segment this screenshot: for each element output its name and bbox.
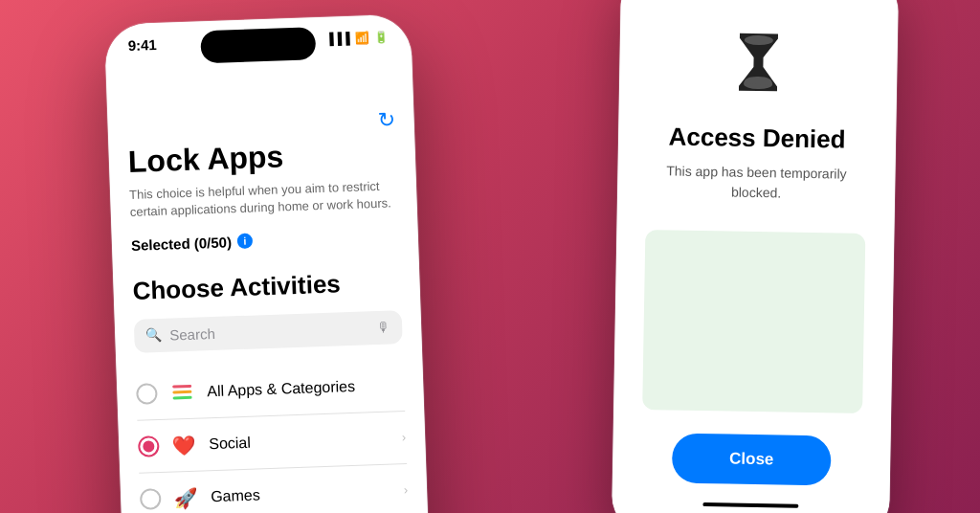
lock-apps-content: ↻ Lock Apps This choice is helpful when …: [107, 107, 430, 513]
lock-apps-description: This choice is helpful when you aim to r…: [129, 177, 398, 221]
games-label: Games: [211, 481, 392, 505]
green-area: [642, 230, 865, 413]
search-icon: 🔍: [145, 327, 163, 344]
choose-activities-title: Choose Activities: [132, 267, 401, 306]
close-button[interactable]: Close: [672, 434, 832, 486]
svg-rect-0: [172, 384, 191, 388]
access-denied-description: This app has been temporarily blocked.: [646, 161, 867, 205]
radio-button-games[interactable]: [140, 488, 162, 510]
selected-info: Selected (0/50) i: [131, 228, 399, 254]
home-indicator-right: [702, 502, 798, 508]
info-icon[interactable]: i: [237, 234, 254, 250]
search-placeholder: Search: [169, 320, 369, 343]
access-denied-title: Access Denied: [668, 122, 845, 154]
social-label: Social: [209, 429, 390, 453]
phone-right: Access Denied This app has been temporar…: [612, 0, 899, 513]
dynamic-island-left: [200, 27, 316, 63]
microphone-icon: 🎙: [377, 320, 391, 335]
social-icon: ❤️: [170, 431, 198, 458]
selected-label: Selected (0/50): [131, 234, 233, 254]
battery-icon: 🔋: [373, 30, 388, 44]
lock-apps-title: Lock Apps: [127, 136, 396, 179]
svg-rect-2: [173, 395, 192, 399]
refresh-icon[interactable]: ↻: [377, 107, 395, 133]
status-time-left: 9:41: [127, 36, 157, 54]
radio-button-all[interactable]: [136, 383, 158, 405]
activity-list: All Apps & Categories ❤️ Social › 🚀: [135, 359, 410, 513]
all-apps-icon: [168, 378, 196, 406]
all-apps-label: All Apps & Categories: [207, 376, 405, 400]
hourglass-icon: [729, 29, 788, 109]
phone-right-screen: Access Denied This app has been temporar…: [612, 0, 899, 513]
phone-left-screen: 9:41 ▐▐▐ 📶 🔋 ↻ Lock Apps This choice is …: [104, 14, 432, 513]
phone-left: 9:41 ▐▐▐ 📶 🔋 ↻ Lock Apps This choice is …: [104, 14, 432, 513]
status-icons-left: ▐▐▐ 📶 🔋: [325, 30, 389, 45]
refresh-icon-container: ↻: [126, 107, 395, 142]
wifi-icon: 📶: [354, 31, 368, 45]
search-bar[interactable]: 🔍 Search 🎙: [134, 310, 403, 353]
phones-container: 9:41 ▐▐▐ 📶 🔋 ↻ Lock Apps This choice is …: [0, 0, 980, 513]
games-chevron-icon: ›: [403, 482, 408, 497]
signal-icon: ▐▐▐: [325, 31, 350, 45]
list-item[interactable]: All Apps & Categories: [135, 359, 405, 421]
list-item[interactable]: ❤️ Social ›: [137, 412, 407, 474]
social-chevron-icon: ›: [402, 430, 407, 444]
games-icon: 🚀: [172, 483, 200, 511]
access-denied-content: Access Denied This app has been temporar…: [612, 0, 899, 513]
radio-button-social[interactable]: [138, 435, 160, 457]
svg-rect-1: [172, 390, 191, 393]
list-item[interactable]: 🚀 Games ›: [139, 464, 409, 513]
